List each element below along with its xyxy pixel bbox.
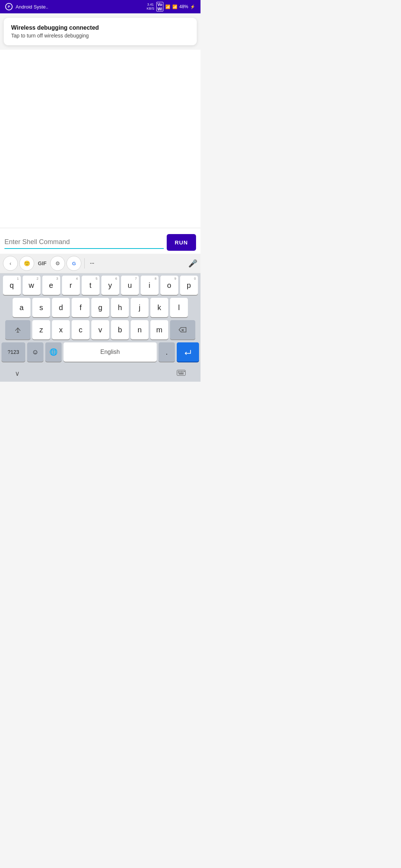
key-u[interactable]: 7u [121, 276, 139, 295]
signal-icon: 📶 [172, 4, 177, 9]
emoji-icon: ☺ [32, 348, 39, 356]
key-r[interactable]: 4r [62, 276, 80, 295]
svg-rect-8 [182, 371, 183, 372]
key-b[interactable]: b [111, 320, 129, 339]
key-globe[interactable]: 🌐 [45, 342, 62, 362]
vowifi-icon: VoWi [156, 2, 163, 11]
wifi-icon: 📶 [165, 4, 170, 9]
key-p[interactable]: 0p [180, 276, 198, 295]
key-s[interactable]: s [32, 298, 50, 317]
svg-rect-9 [184, 371, 185, 372]
key-n[interactable]: n [131, 320, 149, 339]
key-m[interactable]: m [150, 320, 168, 339]
command-input[interactable] [4, 236, 164, 249]
key-t[interactable]: 5t [82, 276, 100, 295]
sticker-icon: 🙂 [24, 260, 30, 266]
globe-icon: 🌐 [49, 348, 58, 356]
keyboard-row-bottom: ?123 ☺ 🌐 English . [1, 342, 199, 362]
keyboard-row-1: 1q 2w 3e 4r 5t 6y 7u 8i 9o 0p [1, 276, 199, 295]
keyboard-layout-icon [177, 369, 186, 376]
shift-icon [14, 326, 22, 333]
data-speed: 3.41KB/S [147, 3, 154, 11]
key-l[interactable]: l [170, 298, 188, 317]
key-g[interactable]: g [91, 298, 109, 317]
command-area: RUN [0, 228, 200, 254]
key-x[interactable]: x [52, 320, 70, 339]
keyboard: 1q 2w 3e 4r 5t 6y 7u 8i 9o 0p a s d f g … [0, 273, 200, 365]
key-backspace[interactable] [170, 320, 195, 339]
svg-rect-12 [181, 372, 182, 373]
battery-level: 48% [179, 4, 188, 9]
key-shift[interactable] [5, 320, 30, 339]
key-y[interactable]: 6y [101, 276, 119, 295]
svg-rect-13 [182, 372, 183, 373]
key-f[interactable]: f [72, 298, 89, 317]
translate-button[interactable]: G [66, 256, 81, 271]
key-h[interactable]: h [111, 298, 129, 317]
keyboard-back-button[interactable]: ‹ [3, 256, 18, 271]
back-icon: ‹ [10, 260, 12, 266]
key-a[interactable]: a [13, 298, 30, 317]
svg-rect-5 [178, 371, 179, 372]
svg-rect-10 [178, 372, 179, 373]
gif-button[interactable]: GIF [36, 259, 49, 268]
notification-card[interactable]: Wireless debugging connected Tap to turn… [4, 18, 197, 45]
status-bar: P Android Syste.. 3.41KB/S VoWi 📶 📶 48% … [0, 0, 200, 13]
svg-rect-14 [179, 374, 183, 374]
keyboard-toolbar: ‹ 🙂 GIF ⚙ G ··· 🎤 [0, 254, 200, 273]
keyboard-row-3: z x c v b n m [1, 320, 199, 339]
app-name: Android Syste.. [16, 4, 48, 10]
mic-button[interactable]: 🎤 [188, 259, 198, 268]
key-num123[interactable]: ?123 [1, 342, 25, 362]
key-enter[interactable] [177, 342, 199, 362]
charging-icon: ⚡ [190, 4, 195, 9]
collapse-keyboard-button[interactable]: ∨ [15, 369, 20, 378]
toolbar-divider [84, 258, 85, 269]
android-logo: P [5, 3, 13, 10]
key-v[interactable]: v [91, 320, 109, 339]
keyboard-row-2: a s d f g h j k l [1, 298, 199, 317]
key-i[interactable]: 8i [141, 276, 159, 295]
svg-rect-11 [179, 372, 180, 373]
more-button[interactable]: ··· [88, 259, 97, 268]
gear-icon: ⚙ [55, 260, 60, 266]
notification-title: Wireless debugging connected [11, 24, 189, 31]
key-emoji[interactable]: ☺ [27, 342, 43, 362]
key-period[interactable]: . [159, 342, 175, 362]
keyboard-switcher-button[interactable] [177, 369, 186, 378]
status-right: 3.41KB/S VoWi 📶 📶 48% ⚡ [147, 2, 195, 11]
bottom-nav: ∨ [0, 365, 200, 382]
enter-icon [184, 349, 192, 355]
key-d[interactable]: d [52, 298, 70, 317]
key-w[interactable]: 2w [23, 276, 40, 295]
key-space[interactable]: English [63, 342, 157, 362]
key-k[interactable]: k [150, 298, 168, 317]
sticker-button[interactable]: 🙂 [19, 256, 34, 271]
command-input-wrapper [4, 236, 164, 249]
key-c[interactable]: c [72, 320, 89, 339]
key-q[interactable]: 1q [3, 276, 21, 295]
run-button[interactable]: RUN [167, 234, 196, 251]
backspace-icon [179, 326, 187, 333]
main-content-area [0, 50, 200, 228]
translate-icon: G [72, 261, 76, 266]
mic-icon: 🎤 [188, 259, 198, 267]
key-o[interactable]: 9o [160, 276, 178, 295]
status-left: P Android Syste.. [5, 3, 48, 10]
key-e[interactable]: 3e [42, 276, 60, 295]
notification-subtitle: Tap to turn off wireless debugging [11, 33, 189, 39]
svg-rect-6 [179, 371, 180, 372]
svg-rect-7 [181, 371, 182, 372]
key-j[interactable]: j [131, 298, 149, 317]
key-z[interactable]: z [32, 320, 50, 339]
settings-button[interactable]: ⚙ [50, 256, 65, 271]
